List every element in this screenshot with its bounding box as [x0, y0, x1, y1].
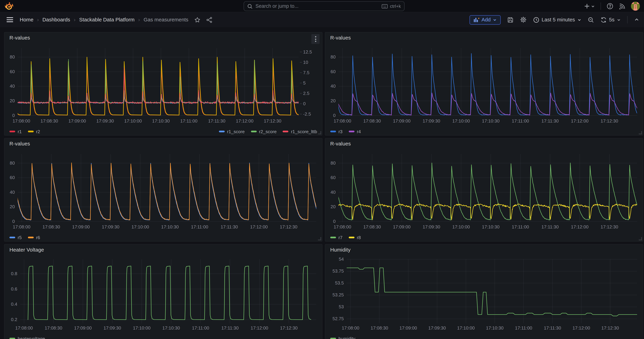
- legend-item-r6[interactable]: r6: [28, 235, 40, 240]
- svg-text:17:12:00: 17:12:00: [236, 118, 254, 124]
- svg-text:17:10:00: 17:10:00: [457, 325, 475, 330]
- legend-label: r7: [338, 235, 342, 240]
- svg-text:0: 0: [12, 219, 15, 224]
- legend-marker: [10, 130, 15, 132]
- grafana-logo-icon[interactable]: [4, 2, 14, 11]
- time-range-picker[interactable]: Last 5 minutes: [533, 16, 581, 23]
- legend-label: r2_score: [259, 129, 277, 134]
- panel-title: R-values: [330, 35, 351, 40]
- chevron-down-icon: [493, 18, 496, 22]
- dashboard-settings-button[interactable]: [520, 16, 526, 23]
- svg-text:17:08:30: 17:08:30: [371, 325, 388, 330]
- search-input[interactable]: Search or jump to... ctrl+k: [244, 1, 404, 11]
- legend-label: r1_score_lttb: [291, 129, 317, 134]
- breadcrumb-dashboards[interactable]: Dashboards: [42, 17, 70, 22]
- svg-text:17:11:00: 17:11:00: [191, 224, 208, 230]
- save-dashboard-button[interactable]: [507, 16, 513, 23]
- gear-icon: [520, 16, 526, 23]
- zoom-out-icon: [588, 16, 594, 23]
- legend-marker: [28, 130, 34, 132]
- legend-item-r1_score[interactable]: r1_score: [219, 129, 245, 134]
- panel-legend: r1r2r1_scorer2_scorer1_score_lttb: [4, 127, 322, 136]
- svg-text:17:09:00: 17:09:00: [74, 325, 92, 330]
- legend-item-r7[interactable]: r7: [330, 235, 342, 240]
- svg-text:17:08:30: 17:08:30: [363, 224, 381, 230]
- svg-text:17:11:00: 17:11:00: [192, 325, 209, 330]
- add-panel-button[interactable]: Add: [470, 15, 500, 24]
- clock-icon: [533, 16, 539, 23]
- legend-label: r5: [18, 235, 22, 240]
- svg-text:17:11:30: 17:11:30: [220, 224, 238, 230]
- chevron-down-icon: [617, 18, 620, 22]
- svg-text:17:10:30: 17:10:30: [152, 118, 170, 124]
- refresh-picker[interactable]: 5s: [600, 16, 620, 23]
- time-series-chart[interactable]: 02040608017:08:0017:08:3017:09:0017:09:3…: [325, 149, 643, 233]
- share-button[interactable]: [206, 16, 212, 23]
- legend-label: r2: [36, 129, 40, 134]
- svg-text:17:08:30: 17:08:30: [363, 118, 381, 124]
- favorite-star-button[interactable]: [194, 16, 200, 23]
- svg-text:17:10:00: 17:10:00: [452, 118, 470, 124]
- legend-marker: [330, 130, 336, 132]
- svg-text:17:11:30: 17:11:30: [221, 325, 238, 330]
- breadcrumb-folder[interactable]: Stackable Data Platform: [79, 17, 134, 22]
- svg-text:17:12:00: 17:12:00: [571, 224, 588, 230]
- panel-humidity: Humidity 52.755353.2553.553.755417:08:00…: [325, 244, 643, 339]
- svg-text:60: 60: [330, 69, 336, 74]
- legend-item-r8[interactable]: r8: [348, 235, 361, 240]
- legend-item-r5[interactable]: r5: [10, 235, 22, 240]
- plus-icon: [584, 3, 590, 9]
- topbar-divider: [600, 2, 601, 10]
- legend-item-r4[interactable]: r4: [348, 129, 361, 134]
- legend-label: r8: [357, 235, 361, 240]
- panel-heater-voltage: Heater Voltage 0.20.40.60.817:08:0017:08…: [4, 244, 322, 339]
- panel-resize-handle[interactable]: [639, 131, 642, 134]
- avatar[interactable]: [631, 2, 640, 11]
- svg-text:53.25: 53.25: [332, 292, 344, 298]
- legend-marker: [330, 338, 336, 339]
- svg-text:17:09:00: 17:09:00: [393, 118, 410, 124]
- time-series-chart[interactable]: 52.755353.2553.553.755417:08:0017:08:301…: [325, 255, 643, 334]
- svg-text:0.4: 0.4: [11, 302, 17, 307]
- new-button[interactable]: [584, 3, 595, 9]
- svg-text:17:12:00: 17:12:00: [572, 325, 590, 330]
- svg-text:60: 60: [330, 175, 336, 180]
- legend-item-r2_score[interactable]: r2_score: [251, 129, 277, 134]
- dashboard-toolbar: Home › Dashboards › Stackable Data Platf…: [0, 12, 644, 27]
- help-icon: [607, 3, 613, 10]
- zoom-out-time-button[interactable]: [588, 16, 594, 23]
- panel-resize-handle[interactable]: [639, 237, 642, 240]
- panel-menu-button[interactable]: [311, 34, 320, 44]
- panel-title: Heater Voltage: [10, 247, 44, 252]
- help-button[interactable]: [607, 3, 613, 10]
- svg-text:20: 20: [10, 98, 15, 103]
- collapse-toolbar-button[interactable]: [634, 17, 639, 22]
- svg-text:17:09:30: 17:09:30: [104, 325, 121, 330]
- breadcrumb-home[interactable]: Home: [20, 17, 33, 22]
- time-series-chart[interactable]: 020406080-2.502.557.51012.517:08:0017:08…: [4, 43, 322, 127]
- menu-toggle-icon[interactable]: [6, 17, 13, 22]
- legend-item-r1_score_lttb[interactable]: r1_score_lttb: [283, 129, 317, 134]
- panel-legend: r3r4: [325, 127, 643, 136]
- panel-resize-handle[interactable]: [318, 237, 321, 240]
- time-series-chart[interactable]: 0.20.40.60.817:08:0017:08:3017:09:0017:0…: [4, 255, 322, 334]
- news-button[interactable]: [619, 3, 625, 9]
- svg-text:17:08:00: 17:08:00: [13, 224, 30, 230]
- svg-text:40: 40: [10, 190, 15, 195]
- svg-text:80: 80: [330, 160, 336, 166]
- panel-resize-handle[interactable]: [318, 131, 321, 134]
- legend-label: humidity: [338, 336, 355, 339]
- legend-item-r1[interactable]: r1: [10, 129, 22, 134]
- legend-label: heatervoltage: [18, 336, 45, 339]
- legend-item-r3[interactable]: r3: [330, 129, 342, 134]
- legend-item-humidity[interactable]: humidity: [330, 336, 355, 339]
- svg-text:17:09:00: 17:09:00: [400, 325, 417, 330]
- panel-legend: heatervoltage: [4, 334, 322, 339]
- legend-marker: [348, 130, 354, 132]
- time-series-chart[interactable]: 02040608017:08:0017:08:3017:09:0017:09:3…: [325, 43, 643, 127]
- svg-text:53.5: 53.5: [335, 280, 344, 286]
- time-series-chart[interactable]: 02040608017:08:0017:08:3017:09:0017:09:3…: [4, 149, 322, 233]
- legend-item-r2[interactable]: r2: [28, 129, 40, 134]
- legend-item-heatervoltage[interactable]: heatervoltage: [10, 336, 45, 339]
- svg-text:17:09:00: 17:09:00: [393, 224, 410, 230]
